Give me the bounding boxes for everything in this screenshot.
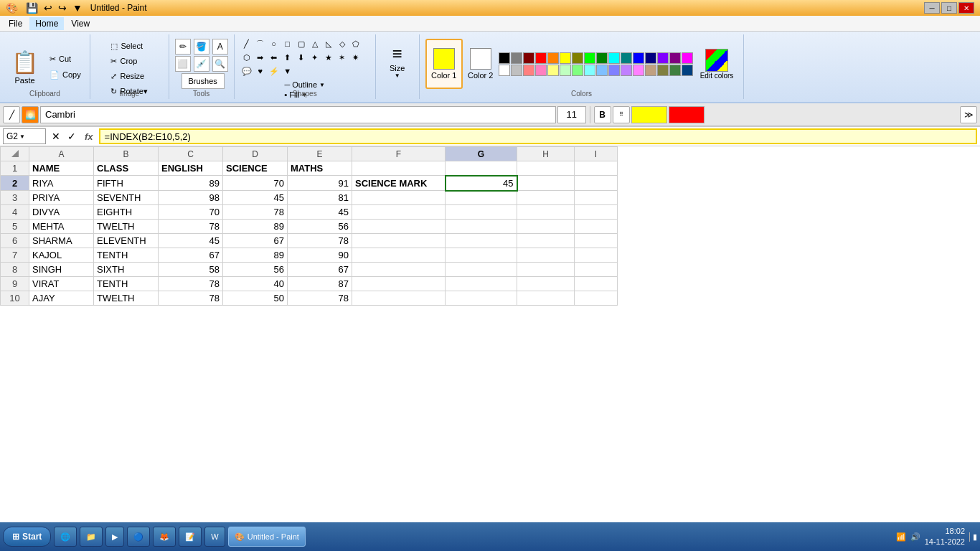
cell-9-B[interactable]: TENTH xyxy=(94,277,159,291)
cell-5-F[interactable] xyxy=(352,220,446,234)
cell-9-H[interactable] xyxy=(517,277,575,291)
shape-heart[interactable]: ♥ xyxy=(254,65,267,77)
col-header-i[interactable]: I xyxy=(575,147,618,161)
cell-6-E[interactable]: 78 xyxy=(288,234,352,248)
cell-8-B[interactable]: SIXTH xyxy=(94,263,159,277)
cell-2-D[interactable]: 70 xyxy=(223,176,288,191)
shape-star4[interactable]: ✦ xyxy=(308,51,321,64)
row-header[interactable]: 7 xyxy=(1,248,29,263)
cell-7-C[interactable]: 67 xyxy=(159,248,223,263)
cell-3-I[interactable] xyxy=(575,191,618,205)
color2-button[interactable]: Color 2 xyxy=(466,39,496,89)
color-cell[interactable] xyxy=(511,52,522,64)
cell-10-D[interactable]: 50 xyxy=(223,291,288,306)
cell-5-E[interactable]: 56 xyxy=(288,220,352,234)
cell-1-B[interactable]: CLASS xyxy=(94,161,159,176)
cell-5-A[interactable]: MEHTA xyxy=(29,220,94,234)
cell-7-D[interactable]: 89 xyxy=(223,248,288,263)
cell-7-H[interactable] xyxy=(517,248,575,263)
color-cell[interactable] xyxy=(645,52,656,64)
shape-rrect[interactable]: ▢ xyxy=(295,37,308,50)
cell-6-C[interactable]: 45 xyxy=(159,234,223,248)
cell-8-H[interactable] xyxy=(517,263,575,277)
color-cell[interactable] xyxy=(608,65,620,76)
grid-dots-button[interactable]: ⠿ xyxy=(613,106,630,123)
shape-callout[interactable]: 💬 xyxy=(240,65,253,77)
shape-arrow-u[interactable]: ⬆ xyxy=(281,51,294,64)
bold-button[interactable]: B xyxy=(594,106,611,123)
cell-2-C[interactable]: 89 xyxy=(159,176,223,191)
cell-4-B[interactable]: EIGHTH xyxy=(94,205,159,220)
color-cell[interactable] xyxy=(535,65,547,76)
color-cell[interactable] xyxy=(682,65,693,76)
col-header-g[interactable]: G xyxy=(446,147,517,161)
color-cell[interactable] xyxy=(572,65,583,76)
font-input[interactable]: Cambri xyxy=(40,106,556,123)
taskbar-paint[interactable]: 🎨 Untitled - Paint xyxy=(228,527,306,547)
cell-1-H[interactable] xyxy=(517,161,575,176)
cell-2-H[interactable] xyxy=(517,176,575,191)
cell-4-G[interactable] xyxy=(446,205,517,220)
red-preview[interactable] xyxy=(669,106,705,123)
color-cell[interactable] xyxy=(547,52,559,64)
cell-6-F[interactable] xyxy=(352,234,446,248)
cell-9-A[interactable]: VIRAT xyxy=(29,277,94,291)
row-header[interactable]: 2 xyxy=(1,176,29,191)
cancel-formula-button[interactable]: ✕ xyxy=(49,129,63,143)
cell-8-C[interactable]: 58 xyxy=(159,263,223,277)
close-button[interactable]: ✕ xyxy=(958,2,974,14)
row-header[interactable]: 6 xyxy=(1,234,29,248)
cell-7-A[interactable]: KAJOL xyxy=(29,248,94,263)
outline-button[interactable]: ─ Outline ▼ xyxy=(284,80,325,89)
cell-4-D[interactable]: 78 xyxy=(223,205,288,220)
col-header-h[interactable]: H xyxy=(517,147,575,161)
shape-star5[interactable]: ★ xyxy=(322,51,335,64)
row-header[interactable]: 3 xyxy=(1,191,29,205)
cell-10-B[interactable]: TWELTH xyxy=(94,291,159,306)
color-cell[interactable] xyxy=(572,52,583,64)
size-button[interactable]: ≡ Size ▼ xyxy=(382,36,413,86)
taskbar-word[interactable]: W xyxy=(204,527,225,547)
cell-10-E[interactable]: 78 xyxy=(288,291,352,306)
cut-button[interactable]: ✂ Cut xyxy=(47,52,84,66)
color-cell[interactable] xyxy=(560,65,571,76)
cell-5-B[interactable]: TWELTH xyxy=(94,220,159,234)
cell-5-H[interactable] xyxy=(517,220,575,234)
cell-8-E[interactable]: 67 xyxy=(288,263,352,277)
menu-home[interactable]: Home xyxy=(29,17,64,30)
cell-8-I[interactable] xyxy=(575,263,618,277)
taskbar-ie[interactable]: 🌐 xyxy=(54,527,77,547)
shape-more[interactable]: ▼ xyxy=(281,65,294,77)
cell-9-F[interactable] xyxy=(352,277,446,291)
cell-6-D[interactable]: 67 xyxy=(223,234,288,248)
cell-9-I[interactable] xyxy=(575,277,618,291)
shape-tri[interactable]: △ xyxy=(308,37,321,50)
color-cell[interactable] xyxy=(608,52,620,64)
cell-10-G[interactable] xyxy=(446,291,517,306)
shape-arrow-d[interactable]: ⬇ xyxy=(295,51,308,64)
cell-6-H[interactable] xyxy=(517,234,575,248)
pencil-tool[interactable]: ✏ xyxy=(175,39,191,55)
formula-input[interactable] xyxy=(99,128,977,144)
cell-10-C[interactable]: 78 xyxy=(159,291,223,306)
cell-10-H[interactable] xyxy=(517,291,575,306)
crop-button[interactable]: ✂ Crop xyxy=(108,54,150,68)
col-header-c[interactable]: C xyxy=(159,147,223,161)
cell-4-F[interactable] xyxy=(352,205,446,220)
cell-8-D[interactable]: 56 xyxy=(223,263,288,277)
shape-arrow-l[interactable]: ⬅ xyxy=(268,51,281,64)
cell-4-I[interactable] xyxy=(575,205,618,220)
cell-3-F[interactable] xyxy=(352,191,446,205)
col-header-f[interactable]: F xyxy=(352,147,446,161)
color-cell[interactable] xyxy=(596,65,608,76)
col-header-b[interactable]: B xyxy=(94,147,159,161)
color-cell[interactable] xyxy=(523,52,534,64)
cell-3-C[interactable]: 98 xyxy=(159,191,223,205)
shape-curve[interactable]: ⌒ xyxy=(254,37,267,50)
col-header-d[interactable]: D xyxy=(223,147,288,161)
toolbar-item-2[interactable]: 🌅 xyxy=(22,106,39,123)
color-cell[interactable] xyxy=(523,65,534,76)
maximize-button[interactable]: □ xyxy=(941,2,957,14)
color-preview[interactable] xyxy=(631,106,667,123)
color-cell[interactable] xyxy=(645,65,656,76)
